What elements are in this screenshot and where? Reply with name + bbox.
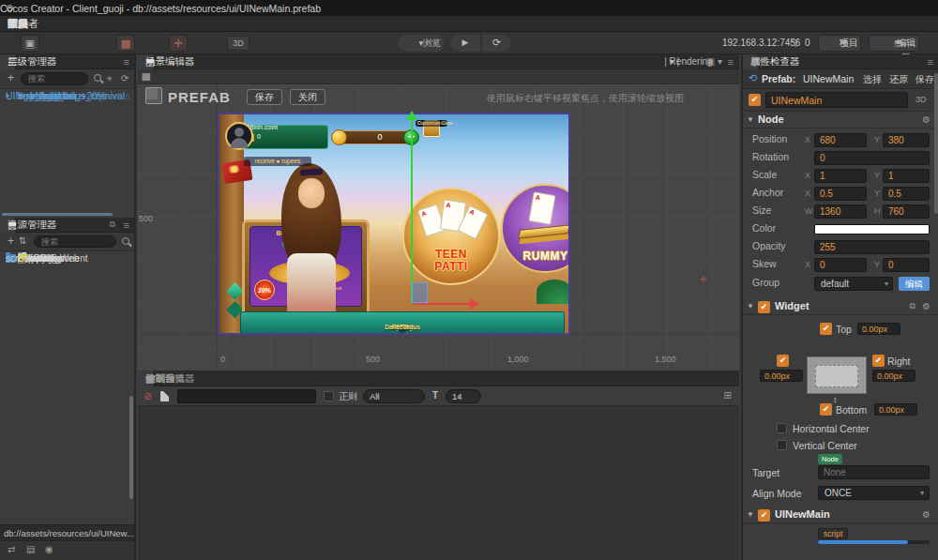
refresh-icon[interactable]: ⟳ bbox=[121, 73, 129, 83]
scale-y-field[interactable]: 1 bbox=[883, 169, 930, 183]
collapse-arrow-icon[interactable]: ▼ bbox=[747, 115, 754, 124]
collapse-arrow-icon[interactable]: ▼ bbox=[747, 302, 754, 310]
teen-patti-game-button[interactable]: A A A TEEN PATTI bbox=[402, 188, 500, 285]
horizontal-scrollbar[interactable] bbox=[2, 213, 113, 216]
open-editor-button[interactable]: ⬒编辑器 bbox=[869, 35, 919, 52]
script-section-header[interactable]: ▼ UINewMain ⚙ bbox=[743, 507, 938, 523]
preview-target-dropdown[interactable]: 浏览器 ▾ bbox=[398, 35, 445, 52]
rummy-game-button[interactable]: A RUMMY bbox=[501, 184, 570, 273]
panel-menu-icon[interactable]: ≡ bbox=[728, 56, 734, 68]
avatar[interactable] bbox=[225, 122, 253, 150]
widget-right-checkbox[interactable] bbox=[872, 355, 885, 367]
console-layout-icon[interactable]: ⊞ bbox=[724, 390, 732, 401]
align-mode-dropdown[interactable]: ONCE▾ bbox=[818, 486, 930, 500]
position-x-field[interactable]: 680 bbox=[814, 133, 867, 147]
services-tab[interactable]: ◈ 服务 bbox=[743, 54, 758, 69]
play-button[interactable]: ▶ bbox=[450, 35, 480, 52]
pivot-toggle-icon[interactable]: ▩ bbox=[116, 35, 135, 52]
gizmo-xy-handle[interactable] bbox=[412, 282, 428, 303]
gear-icon[interactable]: ⚙ bbox=[922, 114, 930, 125]
panel-menu-icon[interactable]: ≡ bbox=[124, 56, 129, 68]
prefab-save-button[interactable]: 保存 bbox=[915, 73, 934, 86]
position-y-field[interactable]: 380 bbox=[883, 133, 930, 147]
vertical-scrollbar[interactable] bbox=[934, 73, 938, 214]
scene-editor-tab[interactable]: ⬒ 场景编辑器 bbox=[138, 54, 153, 69]
hierarchy-node[interactable]: label_+20% bbox=[0, 89, 54, 104]
color-swatch[interactable] bbox=[814, 224, 930, 235]
size-w-field[interactable]: 1360 bbox=[814, 204, 867, 219]
gear-icon[interactable]: ⚙ bbox=[922, 509, 930, 520]
show-asset-icon[interactable]: ◉ bbox=[45, 544, 53, 554]
log-level-dropdown[interactable]: All▾ bbox=[363, 389, 425, 403]
hierarchy-tab[interactable]: ☰ 层级管理器 bbox=[0, 54, 15, 69]
add-asset-button[interactable]: + bbox=[5, 235, 17, 248]
vertical-scrollbar[interactable] bbox=[129, 396, 133, 499]
prefab-save-button[interactable]: 保存 bbox=[247, 89, 282, 105]
hierarchy-search-input[interactable] bbox=[21, 72, 88, 85]
prefab-close-button[interactable]: 关闭 bbox=[290, 89, 325, 105]
sort-icon[interactable]: ⇅ bbox=[19, 235, 26, 246]
widget-bottom-field[interactable]: 0.00px bbox=[874, 403, 917, 416]
anchor-y-field[interactable]: 0.5 bbox=[883, 187, 930, 201]
gear-icon[interactable]: ⚙ bbox=[922, 301, 930, 311]
open-log-icon[interactable] bbox=[160, 391, 169, 401]
horizontal-center-checkbox[interactable] bbox=[777, 423, 787, 433]
console-filter-input[interactable] bbox=[177, 389, 316, 403]
group-edit-button[interactable]: 编辑 bbox=[899, 277, 930, 291]
gizmo-x-arrowhead[interactable] bbox=[470, 298, 479, 310]
regex-checkbox[interactable] bbox=[324, 391, 334, 401]
search-icon[interactable] bbox=[94, 74, 102, 83]
bottom-tab[interactable]: ▦ 游戏预览 bbox=[138, 371, 153, 386]
widget-right-field[interactable]: 0.00px bbox=[872, 370, 915, 382]
font-size-dropdown[interactable]: 14▾ bbox=[446, 389, 481, 403]
add-node-button[interactable]: + bbox=[5, 72, 17, 84]
widget-enabled-checkbox[interactable] bbox=[758, 301, 770, 313]
menu-item[interactable]: 帮助 bbox=[8, 17, 28, 31]
rotation-field[interactable]: 0 bbox=[814, 151, 930, 165]
active-checkbox[interactable] bbox=[749, 94, 761, 106]
locate-icon[interactable]: ⌖ bbox=[107, 73, 113, 84]
prefab-revert-button[interactable]: 还原 bbox=[889, 73, 908, 86]
scale-x-field[interactable]: 1 bbox=[814, 169, 867, 183]
node-name-field[interactable]: UINewMain bbox=[765, 92, 908, 108]
prefab-select-button[interactable]: 选择 bbox=[863, 73, 882, 86]
gizmo-y-axis[interactable] bbox=[411, 120, 413, 305]
camera-dropdown[interactable]: ▣ ▾ bbox=[706, 56, 722, 67]
sync-icon[interactable]: ⇄ bbox=[8, 544, 15, 554]
widget-target-field[interactable]: None bbox=[818, 465, 930, 479]
popout-icon[interactable]: ⧉ bbox=[110, 219, 115, 230]
group-dropdown[interactable]: default▾ bbox=[814, 277, 893, 291]
gizmo-y-arrowhead[interactable] bbox=[406, 111, 417, 120]
skew-y-field[interactable]: 0 bbox=[883, 258, 930, 272]
mode-3d-button[interactable]: 3D bbox=[227, 36, 250, 51]
component-enabled-checkbox[interactable] bbox=[758, 509, 770, 522]
clear-console-icon[interactable]: ⊘ bbox=[144, 390, 152, 402]
widget-bottom-checkbox[interactable] bbox=[820, 403, 832, 416]
opacity-field[interactable]: 255 bbox=[814, 240, 930, 254]
size-h-field[interactable]: 760 bbox=[883, 204, 930, 219]
snap-toggle-icon[interactable]: ✛ bbox=[169, 35, 188, 52]
widget-left-checkbox[interactable] bbox=[777, 355, 789, 367]
skew-x-field[interactable]: 0 bbox=[814, 258, 867, 272]
widget-top-checkbox[interactable] bbox=[820, 323, 832, 335]
scene-viewport[interactable]: PREFAB 保存 关闭 使用鼠标右键平移视窗焦点，使用滚轮缩放视图 BONUS… bbox=[138, 84, 739, 371]
game-canvas[interactable]: BONUS CARNIVAL ₹ 200 Add Cash 20% Get 20… bbox=[218, 113, 570, 335]
anchor-x-field[interactable]: 0.5 bbox=[814, 187, 867, 201]
scene-tool-icon[interactable]: ◨ bbox=[142, 70, 150, 83]
node-section-header[interactable]: ▼ Node ⚙ bbox=[743, 112, 938, 129]
collapse-arrow-icon[interactable]: ▼ bbox=[747, 510, 754, 519]
panel-menu-icon[interactable]: ≡ bbox=[928, 56, 933, 68]
open-project-button[interactable]: ⬒项目 bbox=[818, 35, 861, 52]
widget-section-header[interactable]: ▼ Widget ⧉ ⚙ bbox=[743, 298, 938, 315]
player-profile[interactable]: 28xin.com ID 0 bbox=[225, 122, 328, 152]
panel-menu-icon[interactable]: ≡ bbox=[124, 219, 129, 231]
rendering-dropdown[interactable]: | Rendering ▾ | bbox=[664, 56, 679, 67]
search-icon[interactable] bbox=[122, 237, 130, 246]
asset-row[interactable]: BaseComponent bbox=[0, 252, 18, 265]
transform-tool-icon[interactable]: ▣ bbox=[21, 35, 39, 52]
gizmo-x-axis[interactable] bbox=[412, 303, 472, 305]
refresh-preview-button[interactable]: ⟳ bbox=[481, 35, 511, 52]
list-view-icon[interactable]: ▤ bbox=[26, 544, 35, 554]
vertical-center-checkbox[interactable] bbox=[777, 440, 787, 450]
widget-top-field[interactable]: 0.00px bbox=[857, 323, 900, 335]
